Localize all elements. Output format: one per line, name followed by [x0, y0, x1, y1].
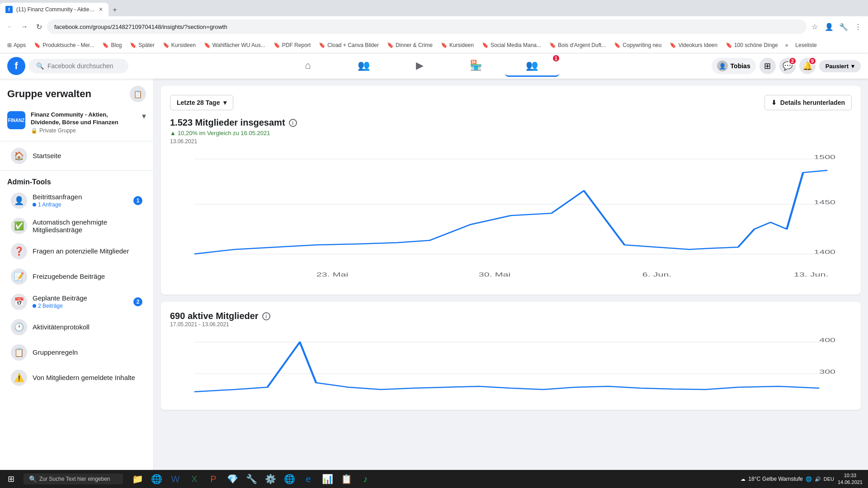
taskbar-app9[interactable]: 📋 [337, 470, 355, 488]
close-tab-button[interactable]: ✕ [99, 6, 103, 13]
taskbar-app8[interactable]: 📊 [318, 470, 336, 488]
bookmark-label: Videokurs Ideen [678, 42, 717, 48]
bookmark-bois[interactable]: 🔖 Bois d'Argent Duft... [546, 40, 609, 50]
extensions-button[interactable]: 🔧 [837, 20, 850, 33]
bookmark-leseliste[interactable]: Leseliste [792, 40, 820, 50]
date-filter-button[interactable]: Letzte 28 Tage ▾ [170, 95, 233, 110]
svg-text:400: 400 [819, 337, 835, 343]
start-button[interactable]: ⊞ [0, 470, 22, 488]
sidebar-item-geplante[interactable]: 📅 Geplante Beiträge 2 Beiträge 2 [4, 289, 150, 314]
menu-button[interactable]: ⋮ [852, 20, 864, 33]
info-icon-2[interactable]: i [262, 312, 270, 320]
taskbar-chrome[interactable]: 🌐 [280, 470, 298, 488]
sidebar-item-gemeldete[interactable]: ⚠️ Von Mitgliedern gemeldete Inhalte [4, 365, 150, 390]
bookmark-produktsuche[interactable]: 🔖 Produktsuche - Mer... [30, 40, 98, 50]
address-bar[interactable]: facebook.com/groups/214827109704148/insi… [47, 19, 807, 34]
notifications-badge: 9 [808, 57, 816, 65]
bookmark-icon: 🔖 [130, 42, 137, 48]
taskbar-word[interactable]: W [166, 470, 184, 488]
bookmark-spaeter[interactable]: 🔖 Später [126, 40, 158, 50]
sidebar-item-startseite[interactable]: 🏠 Startseite [4, 143, 150, 169]
reload-button[interactable]: ↻ [33, 20, 45, 33]
bookmark-label: Social Media Mana... [491, 42, 541, 48]
sidebar-item-content: Automatisch genehmigte Mitgliedsanträge [33, 218, 142, 234]
metric-date: 13.06.2021 [170, 138, 852, 145]
bookmark-blog[interactable]: 🔖 Blog [99, 40, 125, 50]
nav-home[interactable]: ⌂ [281, 55, 335, 77]
bookmark-social[interactable]: 🔖 Social Media Mana... [478, 40, 545, 50]
notifications-button[interactable]: 🔔 9 [799, 58, 816, 74]
taskbar-app6[interactable]: 🔧 [242, 470, 260, 488]
forward-button[interactable]: → [18, 20, 31, 33]
app9-icon: 📋 [341, 474, 352, 484]
nav-groups[interactable]: 👥 1 [505, 55, 559, 77]
nav-marketplace[interactable]: 🏪 [449, 55, 503, 77]
search-box[interactable]: 🔍 [29, 59, 128, 73]
profile-button[interactable]: 👤 [823, 20, 835, 33]
taskbar-excel[interactable]: X [185, 470, 203, 488]
taskbar-powerpoint[interactable]: P [204, 470, 222, 488]
apps-menu-button[interactable]: ⊞ [760, 58, 776, 74]
bookmark-kursideen1[interactable]: 🔖 Kursideen [159, 40, 199, 50]
address-bar-text: facebook.com/groups/214827109704148/insi… [54, 23, 799, 30]
bookmark-100dinge[interactable]: 🔖 100 schöne Dinge [722, 40, 782, 50]
search-input[interactable] [47, 62, 121, 70]
bookmark-videokurs[interactable]: 🔖 Videokurs Ideen [666, 40, 721, 50]
up-arrow-icon: ▲ [170, 130, 176, 136]
sidebar-item-automatisch[interactable]: ✅ Automatisch genehmigte Mitgliedsanträg… [4, 213, 150, 239]
scheduled-posts-icon: 📅 [11, 294, 27, 310]
bookmark-label: Copywriting neu [623, 42, 661, 48]
nav-watch[interactable]: ▶ [393, 55, 447, 77]
taskbar-app5[interactable]: 💎 [223, 470, 241, 488]
bookmark-canva[interactable]: 🔖 Cload + Canva Bilder [315, 40, 382, 50]
group-details: Finanz Community - Aktien, Dividende, Bö… [31, 111, 137, 134]
sidebar-item-gruppenregeln[interactable]: 📋 Gruppenregeln [4, 340, 150, 365]
taskbar-edge2[interactable]: e [299, 470, 317, 488]
new-tab-button[interactable]: + [108, 4, 121, 16]
bookmark-label: Kursideen [171, 42, 196, 48]
sidebar-label: Freizugebende Beiträge [33, 272, 142, 280]
sidebar-item-aktivitaet[interactable]: 🕐 Aktivitätenprotokoll [4, 314, 150, 340]
sidebar-label: Gruppenregeln [33, 348, 142, 356]
user-button[interactable]: 👤 Tobias [712, 58, 756, 74]
taskbar-app7[interactable]: ⚙️ [261, 470, 279, 488]
bookmark-label: Blog [111, 42, 122, 48]
sidebar-item-fragen[interactable]: ❓ Fragen an potenzielle Mitglieder [4, 239, 150, 264]
sidebar-item-freizugebende[interactable]: 📝 Freizugebende Beiträge [4, 264, 150, 289]
sidebar-item-beitrittsanfragen[interactable]: 👤 Beitrittsanfragen 1 Anfrage 1 [4, 188, 150, 213]
bookmark-icon: 🔖 [549, 42, 556, 48]
bookmark-pdf[interactable]: 🔖 PDF Report [270, 40, 314, 50]
weather-icon: ☁ [741, 476, 745, 482]
bookmark-apps[interactable]: ⊞ Apps [4, 40, 29, 50]
taskbar-search-text: Zur Suche Text hier eingeben [39, 476, 110, 482]
active-browser-tab[interactable]: f (11) Finanz Community - Aktien... ✕ [0, 3, 108, 16]
facebook-logo[interactable]: f [7, 57, 25, 75]
sidebar-icon-button[interactable]: 📋 [130, 86, 146, 102]
bookmark-icon: 🔖 [670, 42, 676, 48]
bookmark-dinner[interactable]: 🔖 Dinner & Crime [383, 40, 436, 50]
more-bookmarks-button[interactable]: » [783, 40, 791, 50]
home-icon: ⌂ [305, 60, 311, 71]
bookmark-button[interactable]: ☆ [808, 20, 821, 33]
download-button[interactable]: ⬇ Details herunterladen [764, 95, 852, 110]
group-info[interactable]: FINANZ Finanz Community - Aktien, Divide… [0, 106, 153, 139]
pausiert-button[interactable]: Pausiert ▾ [819, 60, 861, 72]
taskbar-clock: 10:33 14.06.2021 [838, 472, 863, 486]
taskbar-spotify[interactable]: ♪ [356, 470, 374, 488]
taskbar-search[interactable]: 🔍 Zur Suche Text hier eingeben [24, 474, 123, 484]
active-members-card: 690 aktive Mitglieder i 17.05.2021 - 13.… [161, 302, 861, 410]
messenger-button[interactable]: 💬 2 [779, 58, 796, 74]
bookmark-copywriting[interactable]: 🔖 Copywriting neu [610, 40, 665, 50]
info-icon[interactable]: i [289, 119, 297, 127]
sidebar-item-content: Freizugebende Beiträge [33, 272, 142, 280]
user-name: Tobias [731, 62, 750, 70]
back-button[interactable]: ← [4, 20, 16, 33]
bookmark-wahlfaecher[interactable]: 🔖 Wahlfächer WU Aus... [200, 40, 269, 50]
bookmark-kursideen2[interactable]: 🔖 Kursideen [437, 40, 477, 50]
nav-friends[interactable]: 👥 [337, 55, 391, 77]
groups-notification-badge: 1 [552, 54, 560, 62]
bookmark-icon: 🔖 [274, 42, 280, 48]
taskbar-file-explorer[interactable]: 📁 [128, 470, 146, 488]
groups-icon: 👥 [526, 60, 538, 71]
taskbar-edge[interactable]: 🌐 [147, 470, 165, 488]
